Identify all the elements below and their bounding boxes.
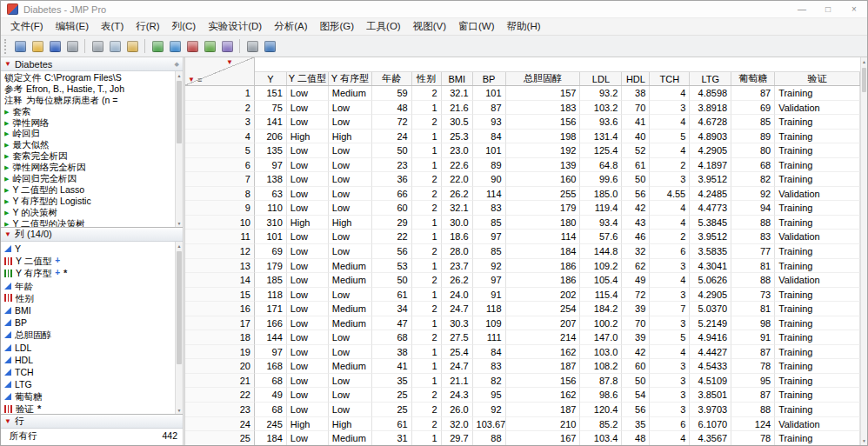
table-cell[interactable]: 4.9416 xyxy=(690,330,731,345)
panel-dock-icon[interactable]: ◆ xyxy=(175,61,179,68)
row-number[interactable]: 9 xyxy=(185,201,255,216)
save-icon[interactable] xyxy=(46,37,63,55)
table-cell[interactable]: 43 xyxy=(622,216,650,230)
table-cell[interactable]: 88 xyxy=(731,403,775,417)
table-cell[interactable]: Training xyxy=(775,359,860,374)
table-cell[interactable]: 5 xyxy=(650,330,690,345)
table-cell[interactable]: 25.4 xyxy=(442,345,473,360)
table-cell[interactable]: 39 xyxy=(622,330,650,345)
table-cell[interactable]: Low xyxy=(329,345,372,360)
table-cell[interactable]: 56 xyxy=(372,244,412,259)
table-cell[interactable]: 1 xyxy=(412,230,442,244)
table-cell[interactable]: 25 xyxy=(372,403,412,417)
table-cell[interactable]: 95 xyxy=(731,374,775,389)
row-number[interactable]: 20 xyxy=(185,359,255,374)
columns-menu-icon[interactable]: ▼ xyxy=(226,59,233,66)
table-cell[interactable]: 4.4427 xyxy=(690,345,731,360)
table-cell[interactable]: 3.5835 xyxy=(690,244,731,259)
table-cell[interactable]: 119.4 xyxy=(580,201,622,216)
table-cell[interactable]: 35 xyxy=(372,374,412,389)
table-cell[interactable]: 157 xyxy=(506,86,581,101)
table-cell[interactable]: 92 xyxy=(731,187,775,202)
table-cell[interactable]: 180 xyxy=(506,216,581,230)
table-cell[interactable]: Training xyxy=(775,403,860,417)
table-cell[interactable]: 110 xyxy=(255,201,287,216)
table-cell[interactable]: 49 xyxy=(255,388,287,403)
table-cell[interactable]: 101 xyxy=(473,86,506,101)
table-property[interactable]: 注释为每位糖尿病患者 (n = xyxy=(4,95,174,106)
table-cell[interactable]: 21.6 xyxy=(442,101,473,116)
table-cell[interactable]: 22.6 xyxy=(442,158,473,173)
table-cell[interactable]: Medium xyxy=(329,273,372,288)
columns-list-item[interactable]: HDL xyxy=(4,354,174,366)
table-cell[interactable]: 3 xyxy=(650,172,690,187)
table-cell[interactable]: 77 xyxy=(731,244,775,259)
continuous-modeling-type-icon[interactable] xyxy=(4,331,11,338)
table-cell[interactable]: 84 xyxy=(473,345,506,360)
table-cell[interactable]: Low xyxy=(287,201,329,216)
table-cell[interactable]: Low xyxy=(287,388,329,403)
continuous-modeling-type-icon[interactable] xyxy=(4,393,11,400)
table-cell[interactable]: 4 xyxy=(650,115,690,130)
table-cell[interactable]: 3.9512 xyxy=(690,172,731,187)
table-cell[interactable]: 72 xyxy=(372,115,412,130)
table-cell[interactable]: Medium xyxy=(329,259,372,274)
scroll-up-icon[interactable]: ▲ xyxy=(176,71,183,79)
table-cell[interactable]: Low xyxy=(287,259,329,274)
table-cell[interactable]: 3 xyxy=(650,388,690,403)
row-number[interactable]: 24 xyxy=(185,417,255,432)
table-cell[interactable]: 2 xyxy=(412,273,442,288)
column-header[interactable]: TCH xyxy=(650,72,690,85)
table-cell[interactable]: 1 xyxy=(412,101,442,116)
table-cell[interactable]: 1 xyxy=(412,345,442,360)
table-script-item[interactable]: ▶岭回归 xyxy=(4,128,174,139)
table-cell[interactable]: 56 xyxy=(622,403,650,417)
table-cell[interactable]: 139 xyxy=(506,158,581,173)
table-script-item[interactable]: ▶Y 的决策树 xyxy=(4,207,174,218)
table-cell[interactable]: 206 xyxy=(255,130,287,144)
table-cell[interactable]: 6 xyxy=(650,244,690,259)
table-cell[interactable]: Low xyxy=(287,316,329,331)
continuous-modeling-type-icon[interactable] xyxy=(4,381,11,388)
table-cell[interactable]: 81 xyxy=(731,259,775,274)
table-cell[interactable]: 4 xyxy=(650,86,690,101)
table-cell[interactable]: 5.0370 xyxy=(690,302,731,316)
table-cell[interactable]: Training xyxy=(775,216,860,230)
distribution-icon[interactable] xyxy=(184,37,201,55)
menu-item[interactable]: 窗口(W) xyxy=(452,17,501,36)
table-cell[interactable]: Low xyxy=(329,230,372,244)
scroll-down-icon[interactable]: ▼ xyxy=(176,219,183,227)
continuous-modeling-type-icon[interactable] xyxy=(4,356,11,363)
table-cell[interactable]: 48 xyxy=(372,101,412,116)
table-cell[interactable]: Validation xyxy=(775,101,860,116)
table-cell[interactable]: 101 xyxy=(255,230,287,244)
table-cell[interactable]: 4 xyxy=(650,431,690,445)
table-cell[interactable]: Training xyxy=(775,374,860,389)
table-cell[interactable]: 168 xyxy=(255,359,287,374)
table-cell[interactable]: 97 xyxy=(255,345,287,360)
table-cell[interactable]: Low xyxy=(287,302,329,316)
table-cell[interactable]: 3.8501 xyxy=(690,388,731,403)
column-header[interactable]: Y 二值型 xyxy=(287,72,329,85)
continuous-modeling-type-icon[interactable] xyxy=(4,369,11,376)
table-cell[interactable]: 35 xyxy=(622,417,650,432)
table-cell[interactable]: 4 xyxy=(650,201,690,216)
table-cell[interactable]: 3 xyxy=(650,359,690,374)
continuous-modeling-type-icon[interactable] xyxy=(4,283,11,290)
table-cell[interactable]: 184.2 xyxy=(580,302,622,316)
table-cell[interactable]: 255 xyxy=(506,187,581,202)
table-cell[interactable]: 179 xyxy=(506,201,581,216)
table-script-item[interactable]: ▶弹性网络完全析因 xyxy=(4,162,174,173)
table-cell[interactable]: 88 xyxy=(473,431,506,445)
table-cell[interactable]: 131.4 xyxy=(580,130,622,144)
table-cell[interactable]: 83 xyxy=(473,359,506,374)
table-cell[interactable]: 3 xyxy=(650,316,690,331)
table-cell[interactable]: 87 xyxy=(731,345,775,360)
table-cell[interactable]: 91 xyxy=(731,330,775,345)
table-cell[interactable]: 92 xyxy=(473,403,506,417)
table-cell[interactable]: 89 xyxy=(473,158,506,173)
table-cell[interactable]: 162 xyxy=(506,345,581,360)
table-cell[interactable]: Training xyxy=(775,316,860,331)
row-number[interactable]: 23 xyxy=(185,403,255,417)
table-cell[interactable]: 2 xyxy=(412,115,442,130)
